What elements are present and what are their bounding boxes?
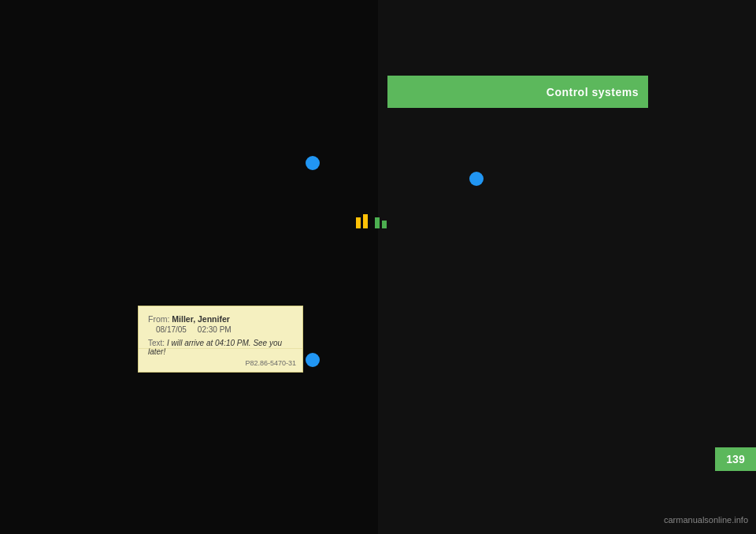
- signal-bars: [356, 214, 387, 228]
- card-from-line: From: Miller, Jennifer: [148, 314, 293, 324]
- indicator-dot-3: [306, 353, 320, 367]
- bar-green-shorter: [382, 221, 387, 228]
- bar-yellow-tall: [363, 214, 368, 228]
- bar-yellow-short: [356, 217, 361, 228]
- page-number-badge: 139: [715, 447, 756, 471]
- control-systems-banner: Control systems: [387, 76, 648, 108]
- card-id: P82.86-5470-31: [245, 359, 296, 367]
- card-text-label: Text:: [148, 339, 165, 347]
- card-date: 08/17/05: [156, 325, 187, 334]
- bar-green-short: [375, 217, 380, 228]
- card-time: 02:30 PM: [198, 325, 232, 334]
- page-container: Control systems From: Miller, Jennifer 0…: [0, 0, 756, 534]
- indicator-dot-1: [306, 156, 320, 170]
- card-from-label: From:: [148, 314, 169, 324]
- indicator-dot-2: [469, 172, 484, 186]
- card-date-line: 08/17/05 02:30 PM: [156, 325, 293, 334]
- control-systems-label: Control systems: [547, 86, 639, 98]
- card-from-name: Miller, Jennifer: [172, 314, 230, 324]
- footer-website: carmanualsonline.info: [664, 515, 748, 525]
- message-card: From: Miller, Jennifer 08/17/05 02:30 PM…: [138, 306, 303, 373]
- page-number-label: 139: [726, 453, 744, 465]
- car-interior-bg: [0, 0, 378, 534]
